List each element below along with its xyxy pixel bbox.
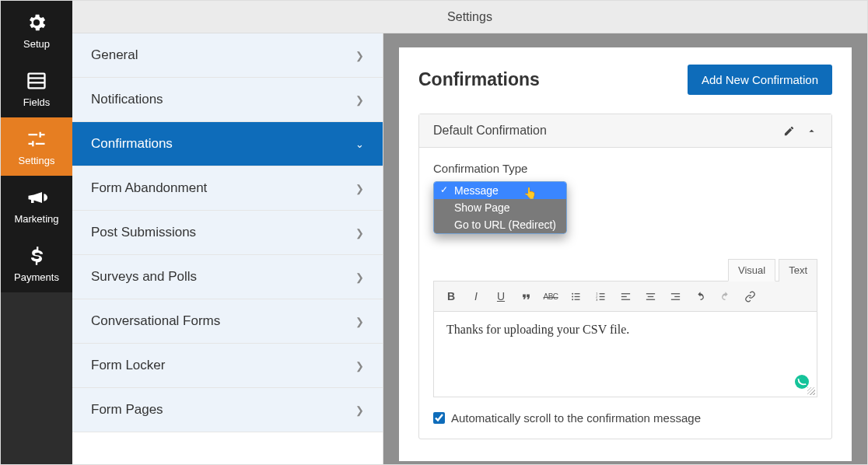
- chevron-right-icon: ❯: [355, 360, 364, 372]
- dropdown-option-label: Go to URL (Redirect): [454, 219, 556, 231]
- dollar-icon: [26, 245, 47, 267]
- nav-label: Marketing: [14, 213, 58, 225]
- submenu-label: Confirmations: [91, 136, 173, 152]
- editor-tab-visual[interactable]: Visual: [728, 259, 775, 281]
- svg-rect-12: [599, 295, 604, 296]
- align-left-button[interactable]: [614, 286, 636, 306]
- nav-label: Payments: [14, 271, 59, 283]
- svg-text:3: 3: [596, 298, 597, 301]
- svg-rect-16: [621, 295, 626, 296]
- checkbox-label: Automatically scroll to the confirmation…: [451, 411, 701, 425]
- nav-setup[interactable]: Setup: [1, 1, 72, 59]
- submenu-form-pages[interactable]: Form Pages❯: [72, 388, 383, 432]
- bold-button[interactable]: B: [440, 286, 462, 306]
- nav-label: Settings: [19, 155, 55, 166]
- chevron-right-icon: ❯: [355, 94, 364, 106]
- redo-button[interactable]: [714, 286, 736, 306]
- dropdown-option-label: Show Page: [454, 201, 510, 214]
- submenu-label: Conversational Forms: [91, 313, 220, 329]
- nav-fields[interactable]: Fields: [1, 59, 72, 117]
- confirmation-type-dropdown[interactable]: ✓ Message 👆 Show Page Go to URL (Redirec…: [433, 181, 567, 234]
- submenu-surveys-polls[interactable]: Surveys and Polls❯: [72, 255, 383, 299]
- svg-rect-8: [574, 299, 579, 299]
- settings-submenu: General❯ Notifications❯ Confirmations⌄ F…: [72, 33, 383, 464]
- chevron-down-icon: ⌄: [355, 138, 364, 150]
- dropdown-option-show-page[interactable]: Show Page: [434, 199, 566, 216]
- submenu-general[interactable]: General❯: [72, 33, 383, 78]
- check-icon: ✓: [440, 184, 448, 195]
- confirmation-type-label: Confirmation Type: [433, 162, 817, 175]
- sliders-icon: [26, 128, 47, 150]
- svg-rect-17: [621, 299, 629, 299]
- undo-button[interactable]: [689, 286, 711, 306]
- chevron-right-icon: ❯: [355, 227, 364, 239]
- primary-nav: Setup Fields Settings Marketing Payments: [1, 1, 72, 464]
- chevron-right-icon: ❯: [355, 183, 364, 194]
- nav-payments[interactable]: Payments: [1, 234, 72, 292]
- underline-button[interactable]: U: [490, 286, 512, 306]
- page-title-bar: Settings: [72, 1, 867, 33]
- quote-button[interactable]: [515, 286, 537, 306]
- editor-content-area[interactable]: Thanks for uploading your CSV file.: [433, 312, 817, 397]
- add-new-confirmation-button[interactable]: Add New Confirmation: [688, 65, 832, 95]
- align-right-button[interactable]: [664, 286, 686, 306]
- svg-rect-18: [646, 293, 654, 294]
- panel-heading: Confirmations: [418, 69, 540, 90]
- submenu-label: Form Pages: [91, 402, 163, 418]
- page-title: Settings: [447, 10, 492, 24]
- nav-marketing[interactable]: Marketing: [1, 176, 72, 234]
- auto-scroll-checkbox[interactable]: [433, 412, 445, 424]
- dropdown-option-redirect[interactable]: Go to URL (Redirect): [434, 216, 566, 233]
- chevron-right-icon: ❯: [355, 50, 364, 61]
- cursor-pointer-icon: 👆: [523, 187, 537, 199]
- dropdown-option-label: Message: [454, 184, 499, 197]
- submenu-label: Form Locker: [91, 358, 165, 373]
- align-center-button[interactable]: [639, 286, 661, 306]
- bullet-list-button[interactable]: [565, 286, 586, 306]
- submenu-label: Post Submissions: [91, 225, 196, 240]
- svg-rect-6: [574, 295, 579, 296]
- svg-rect-15: [621, 293, 629, 294]
- chevron-up-icon[interactable]: [806, 125, 817, 137]
- submenu-label: General: [91, 47, 138, 63]
- submenu-form-locker[interactable]: Form Locker❯: [72, 344, 383, 388]
- link-button[interactable]: [739, 286, 761, 306]
- chevron-right-icon: ❯: [355, 404, 364, 416]
- chevron-right-icon: ❯: [355, 271, 364, 283]
- gear-icon: [26, 12, 47, 33]
- editor-text: Thanks for uploading your CSV file.: [446, 323, 629, 336]
- svg-point-5: [572, 295, 573, 297]
- default-confirmation-card: Default Confirmation Confirmation Type: [418, 114, 832, 439]
- submenu-form-abandonment[interactable]: Form Abandonment❯: [72, 166, 383, 211]
- confirmations-panel: Confirmations Add New Confirmation Defau…: [399, 47, 852, 461]
- submenu-label: Form Abandonment: [91, 180, 207, 196]
- auto-scroll-checkbox-row[interactable]: Automatically scroll to the confirmation…: [433, 411, 817, 425]
- nav-label: Fields: [23, 96, 51, 108]
- resize-handle[interactable]: [807, 387, 815, 395]
- svg-rect-19: [647, 295, 653, 296]
- italic-button[interactable]: I: [465, 286, 487, 306]
- svg-rect-4: [574, 293, 579, 294]
- dropdown-option-message[interactable]: ✓ Message 👆: [434, 182, 566, 199]
- submenu-post-submissions[interactable]: Post Submissions❯: [72, 211, 383, 255]
- edit-icon[interactable]: [783, 125, 795, 137]
- submenu-notifications[interactable]: Notifications❯: [72, 78, 383, 122]
- svg-rect-14: [599, 299, 604, 299]
- submenu-conversational-forms[interactable]: Conversational Forms❯: [72, 299, 383, 344]
- card-header: Default Confirmation: [419, 114, 831, 148]
- svg-rect-10: [599, 293, 604, 294]
- card-title: Default Confirmation: [433, 124, 547, 138]
- nav-settings[interactable]: Settings: [1, 117, 72, 176]
- editor-toolbar: B I U ABC 123: [433, 281, 817, 312]
- list-icon: [26, 70, 47, 92]
- svg-point-7: [572, 299, 573, 300]
- svg-rect-20: [646, 299, 654, 299]
- main-content: Confirmations Add New Confirmation Defau…: [383, 33, 867, 464]
- submenu-confirmations[interactable]: Confirmations⌄: [72, 122, 383, 166]
- svg-rect-21: [670, 293, 679, 294]
- numbered-list-button[interactable]: 123: [590, 286, 611, 306]
- strikethrough-button[interactable]: ABC: [540, 286, 562, 306]
- editor-tab-text[interactable]: Text: [779, 259, 817, 281]
- submenu-label: Surveys and Polls: [91, 269, 197, 285]
- nav-label: Setup: [23, 38, 50, 50]
